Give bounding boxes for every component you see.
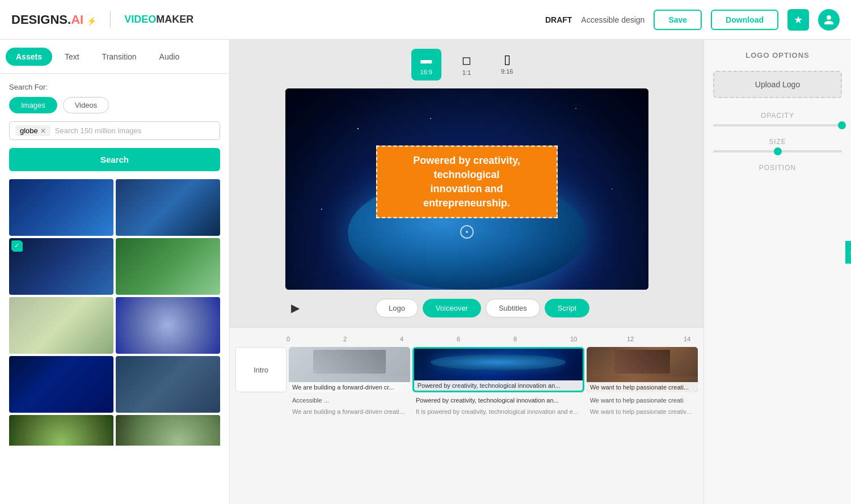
logo-maker-text: MAKER (156, 14, 193, 25)
thumbnail-placeholder-3 (614, 350, 670, 374)
timeline-cell-1[interactable]: We are building a forward-driven cr... (289, 347, 410, 392)
timeline-cell-2-label: Powered by creativity, technological inn… (414, 380, 583, 391)
size-label: SIZE (713, 138, 842, 146)
timeline-cell-2[interactable]: Powered by creativity, technological inn… (412, 347, 584, 392)
image-item-8[interactable] (116, 356, 220, 413)
timeline-ruler: 0 2 4 6 8 10 12 14 16 18 (230, 333, 703, 347)
logo-area: DESIGNS.AI ⚡ VIDEOMAKER (11, 11, 193, 28)
timeline-rows: Intro We are building a forward-driven c… (230, 347, 703, 392)
tab-audio[interactable]: Audio (149, 48, 190, 66)
thumbnail-earth-2 (431, 354, 566, 371)
header: DESIGNS.AI ⚡ VIDEOMAKER DRAFT Accessible… (0, 0, 851, 40)
timeline-intro: Intro (235, 347, 287, 392)
aspect-ratio-9-16[interactable]: ▯ 9:16 (492, 49, 522, 81)
ruler-8: 8 (513, 336, 570, 342)
size-thumb[interactable] (774, 147, 782, 155)
ruler-2: 2 (343, 336, 400, 342)
timeline-cell-1-label: We are building a forward-driven cr... (289, 382, 410, 392)
image-item-5[interactable] (9, 297, 113, 354)
timeline-cell-3[interactable]: We want to help passionate creati... (587, 347, 698, 392)
accessible-design-link[interactable]: Accessible design (581, 15, 644, 24)
timeline-sub-1: Accessible ... (289, 395, 410, 406)
left-content: Search For: Images Videos globe ✕ Search… (0, 74, 229, 446)
image-grid: ✓ (9, 179, 220, 446)
tab-transition[interactable]: Transition (92, 48, 147, 66)
timeline-desc-1: We are building a forward-driven creativ… (289, 407, 410, 416)
panel-collapse-handle[interactable]: › (845, 241, 851, 264)
center-area: ▬ 16:9 ◻ 1:1 ▯ 9:16 Powered by creativit… (230, 40, 703, 504)
logo-options-title: LOGO OPTIONS (713, 51, 842, 60)
opacity-label: OPACITY (713, 112, 842, 120)
play-button[interactable]: ▶ (285, 298, 306, 318)
image-item-10[interactable] (116, 415, 220, 446)
aspect-icon-1-1: ◻ (462, 53, 471, 67)
timeline-cell-3-thumb (587, 347, 698, 376)
tab-row: Assets Text Transition Audio (0, 40, 229, 74)
video-canvas: Powered by creativity, technological inn… (285, 88, 648, 290)
ruler-4: 4 (400, 336, 457, 342)
favorite-button[interactable]: ★ (787, 9, 809, 31)
logo-video: VIDEO (124, 14, 156, 25)
timeline-sub-row: Accessible ... Powered by creativity, te… (230, 392, 703, 406)
image-item-6[interactable] (116, 297, 220, 354)
video-text-line2: innovation and entrepreneurship. (391, 182, 543, 210)
user-avatar-button[interactable] (818, 9, 840, 31)
aspect-ratio-row: ▬ 16:9 ◻ 1:1 ▯ 9:16 (411, 49, 523, 81)
filter-videos-button[interactable]: Videos (63, 97, 109, 113)
subtitles-button[interactable]: Subtitles (486, 299, 540, 317)
image-item-2[interactable] (116, 179, 220, 236)
aspect-icon-16-9: ▬ (420, 53, 432, 66)
download-button[interactable]: Download (711, 10, 778, 30)
logo-divider (110, 11, 111, 28)
opacity-control: OPACITY (713, 112, 842, 126)
tab-assets[interactable]: Assets (6, 48, 52, 66)
right-panel: LOGO OPTIONS Upload Logo OPACITY SIZE PO… (703, 40, 851, 504)
aspect-label-16-9: 16:9 (420, 69, 432, 75)
aspect-ratio-1-1[interactable]: ◻ 1:1 (453, 49, 481, 81)
video-controls: ▶ Logo Voiceover Subtitles Script (285, 298, 648, 318)
opacity-thumb[interactable] (838, 121, 846, 129)
logo-button[interactable]: Logo (376, 299, 418, 317)
video-top: ▬ 16:9 ◻ 1:1 ▯ 9:16 Powered by creativit… (230, 40, 703, 327)
selected-badge: ✓ (11, 240, 22, 251)
aspect-icon-9-16: ▯ (504, 53, 511, 66)
video-text-overlay[interactable]: Powered by creativity, technological inn… (376, 145, 558, 218)
size-slider[interactable] (713, 150, 842, 153)
voiceover-button[interactable]: Voiceover (423, 299, 481, 317)
timeline-desc-row: We are building a forward-driven creativ… (230, 407, 703, 416)
timeline-area: 0 2 4 6 8 10 12 14 16 18 Intro (230, 327, 703, 504)
script-button[interactable]: Script (545, 299, 589, 317)
position-label: POSITION (713, 164, 842, 172)
header-right: DRAFT Accessible design Save Download ★ (545, 9, 840, 31)
image-item-1[interactable] (9, 179, 113, 236)
left-panel: Assets Text Transition Audio Search For:… (0, 40, 230, 504)
search-input-row: globe ✕ Search 150 million images (9, 121, 220, 140)
tab-text[interactable]: Text (54, 48, 90, 66)
search-for-label: Search For: (9, 83, 220, 91)
status-badge: DRAFT (545, 15, 572, 24)
timeline-row-main: Intro We are building a forward-driven c… (235, 347, 698, 392)
control-buttons: Logo Voiceover Subtitles Script (317, 299, 648, 317)
upload-logo-button[interactable]: Upload Logo (713, 71, 842, 98)
size-control: SIZE (713, 138, 842, 153)
filter-images-button[interactable]: Images (9, 97, 57, 113)
drag-handle-circle[interactable] (460, 225, 474, 239)
aspect-ratio-16-9[interactable]: ▬ 16:9 (411, 49, 441, 81)
image-item-4[interactable] (116, 238, 220, 295)
aspect-label-9-16: 9:16 (501, 68, 513, 75)
timeline-cell-3-label: We want to help passionate creati... (587, 382, 698, 392)
image-item-9[interactable] (9, 415, 113, 446)
save-button[interactable]: Save (654, 10, 702, 30)
image-item-7[interactable] (9, 356, 113, 413)
ruler-12: 12 (627, 336, 684, 342)
ruler-14: 14 (684, 336, 703, 342)
image-item-3[interactable]: ✓ (9, 238, 113, 295)
search-tag-remove[interactable]: ✕ (40, 127, 46, 135)
timeline-desc-3: We want to help passionate creatives and… (587, 407, 698, 416)
search-button[interactable]: Search (9, 148, 220, 171)
timeline-cell-1-thumb (289, 347, 410, 376)
logo-designs: DESIGNS.AI ⚡ (11, 12, 96, 27)
opacity-slider[interactable] (713, 124, 842, 126)
thumbnail-placeholder-1 (313, 350, 386, 374)
ruler-6: 6 (457, 336, 513, 342)
